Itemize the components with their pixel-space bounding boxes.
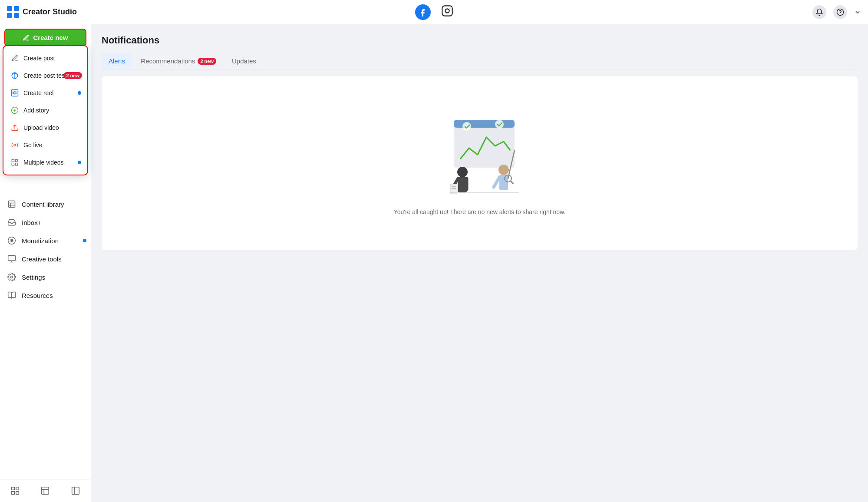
sidebar-item-creative-tools[interactable]: Creative tools	[0, 250, 91, 268]
plus-circle-icon	[10, 106, 19, 115]
svg-point-52	[498, 165, 509, 175]
svg-rect-1	[14, 6, 19, 11]
notifications-panel: You're all caught up! There are no new a…	[102, 76, 858, 250]
create-new-container: Create new Create post	[0, 24, 91, 51]
svg-rect-20	[12, 159, 14, 162]
svg-rect-24	[9, 201, 15, 208]
bottom-icon-2[interactable]	[39, 485, 51, 497]
dropdown-item-go-live[interactable]: Go live	[3, 136, 87, 154]
svg-rect-22	[12, 163, 14, 165]
post-tests-badge: 2 new	[63, 72, 82, 79]
sidebar-item-inbox[interactable]: Inbox+	[0, 213, 91, 231]
app-logo-icon	[7, 6, 19, 18]
live-icon	[10, 141, 19, 149]
library-icon	[7, 199, 17, 209]
dropdown-item-upload-video[interactable]: Upload video	[3, 119, 87, 136]
sidebar-item-resources[interactable]: Resources	[0, 286, 91, 304]
svg-rect-23	[16, 163, 18, 165]
dropdown-item-create-post[interactable]: Create post	[3, 50, 87, 67]
sidebar-item-monetization[interactable]: Monetization	[0, 231, 91, 250]
svg-rect-2	[7, 13, 12, 18]
sidebar-item-settings[interactable]: Settings	[0, 268, 91, 286]
create-new-button[interactable]: Create new	[5, 30, 86, 46]
instagram-icon[interactable]	[441, 5, 453, 20]
bottom-icon-1[interactable]	[9, 485, 21, 497]
tab-alerts[interactable]: Alerts	[102, 53, 132, 69]
dropdown-item-multiple-videos[interactable]: Multiple videos	[3, 154, 87, 171]
svg-rect-36	[42, 487, 49, 495]
bottom-icon-3[interactable]	[69, 485, 82, 497]
empty-state-illustration	[423, 111, 536, 200]
creative-icon	[7, 254, 17, 264]
svg-rect-4	[442, 6, 452, 16]
svg-rect-49	[450, 184, 457, 194]
reel-icon	[10, 89, 19, 97]
svg-rect-30	[8, 256, 16, 261]
svg-rect-11	[12, 90, 18, 96]
dropdown-item-add-story[interactable]: Add story	[3, 102, 87, 119]
svg-rect-33	[16, 487, 19, 490]
main-content: Notifications Alerts Recommendations 2 n…	[91, 24, 868, 502]
settings-icon	[7, 272, 17, 282]
notifications-bell-button[interactable]	[812, 5, 826, 19]
svg-rect-32	[12, 487, 14, 490]
svg-rect-34	[12, 492, 14, 494]
notifications-tabs: Alerts Recommendations 2 new Updates	[102, 53, 858, 69]
svg-point-45	[457, 167, 468, 177]
help-button[interactable]	[833, 5, 847, 19]
sidebar-item-content-library[interactable]: Content library	[0, 195, 91, 213]
nav-brand: Creator Studio	[7, 6, 77, 18]
empty-state-message: You're all caught up! There are no new a…	[394, 208, 566, 215]
svg-line-54	[494, 177, 499, 187]
profile-chevron-button[interactable]	[854, 9, 861, 16]
reel-dot	[78, 91, 81, 95]
sidebar-bottom-bar	[0, 479, 91, 502]
resources-icon	[7, 291, 17, 300]
svg-line-58	[511, 181, 513, 184]
facebook-icon[interactable]	[415, 4, 431, 20]
recommendations-badge: 2 new	[198, 58, 216, 65]
nav-actions	[812, 5, 861, 19]
monetization-dot	[83, 239, 86, 242]
top-nav: Creator Studio	[0, 0, 868, 24]
svg-rect-35	[16, 492, 19, 494]
dropdown-item-create-post-tests[interactable]: Create post tests 2 new	[3, 67, 87, 84]
svg-rect-21	[16, 159, 18, 162]
sidebar: Create new Create post	[0, 24, 91, 502]
svg-point-43	[462, 122, 471, 131]
svg-point-5	[445, 9, 449, 13]
svg-rect-39	[72, 487, 79, 495]
inbox-icon	[7, 218, 17, 227]
svg-rect-0	[7, 6, 12, 11]
nav-platform-icons	[415, 4, 453, 20]
app-title: Creator Studio	[23, 7, 77, 17]
edit-icon	[23, 34, 30, 41]
notifications-title: Notifications	[102, 35, 858, 46]
grid-icon	[10, 158, 19, 167]
svg-rect-3	[14, 13, 19, 18]
svg-point-31	[11, 276, 13, 278]
multiple-videos-dot	[78, 161, 81, 164]
main-layout: Create new Create post	[0, 24, 868, 502]
edit-icon	[10, 54, 19, 63]
tab-recommendations[interactable]: Recommendations 2 new	[134, 53, 223, 69]
dropdown-item-create-reel[interactable]: Create reel	[3, 84, 87, 102]
tab-updates[interactable]: Updates	[225, 53, 263, 69]
svg-point-6	[449, 7, 450, 8]
svg-point-44	[495, 120, 504, 129]
sidebar-nav: Content library Inbox+	[0, 190, 91, 479]
upload-icon	[10, 123, 19, 132]
ab-test-icon	[10, 71, 19, 80]
svg-point-19	[14, 144, 16, 146]
create-dropdown-menu: Create post Create post tests 2 new	[3, 46, 87, 175]
monetization-icon	[7, 236, 17, 245]
